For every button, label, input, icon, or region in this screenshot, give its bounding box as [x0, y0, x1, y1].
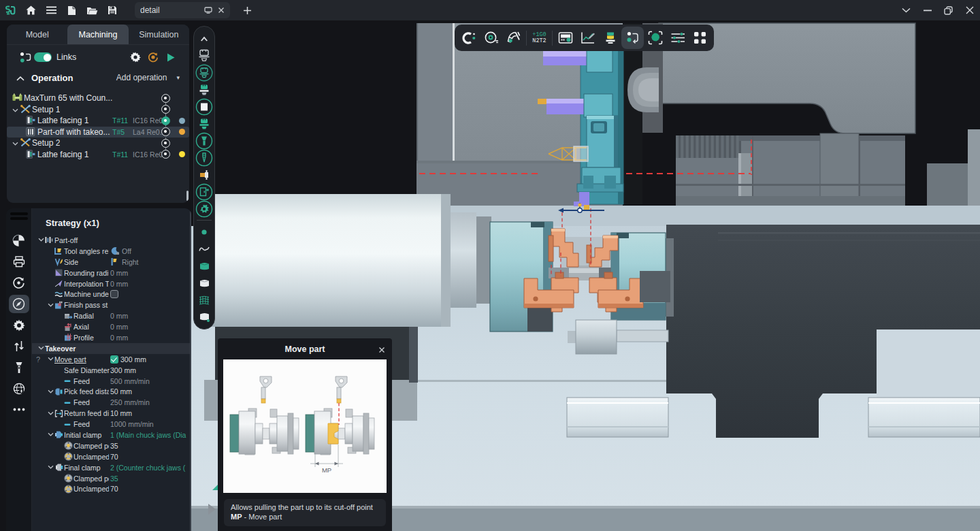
collapse-chevron-icon[interactable] [16, 71, 24, 84]
panel-grip2[interactable] [10, 217, 28, 220]
new-tab-icon[interactable] [237, 0, 257, 20]
tab-monitor-icon[interactable] [204, 4, 212, 16]
strategy-row[interactable]: Part-off [32, 235, 191, 246]
sim-tool-cone-icon[interactable] [195, 132, 213, 149]
viewport-graph-icon[interactable] [576, 27, 599, 49]
strategy-value[interactable]: 70 [110, 453, 118, 461]
window-collapse-icon[interactable] [896, 0, 917, 20]
strategy-value[interactable]: 50 mm [110, 387, 132, 396]
strategy-value[interactable]: 0 mm [110, 334, 128, 342]
sim-band-white-icon[interactable] [195, 274, 213, 291]
strategy-value[interactable]: 300 mm [110, 355, 146, 364]
strategy-value[interactable]: 10 mm [110, 409, 132, 417]
operation-radio[interactable] [161, 94, 170, 103]
strategy-value[interactable]: 500 mm/min [110, 377, 150, 385]
strategy-value[interactable] [110, 290, 118, 298]
strategy-row[interactable]: Final clamp2 (Counter chuck jaws ( [32, 462, 191, 473]
viewport-links-path-icon[interactable] [621, 27, 644, 49]
viewport-focus-blob-icon[interactable] [644, 27, 666, 49]
operation-radio[interactable] [161, 105, 170, 114]
tree-expand-icon[interactable] [12, 138, 20, 148]
strategy-row[interactable]: Safe Diameter300 mm [32, 365, 191, 376]
strategy-value[interactable]: 0 mm [110, 323, 128, 331]
tree-expand-icon[interactable] [37, 237, 45, 243]
window-restore-icon[interactable] [938, 0, 959, 20]
sidebar-arrows-updown-icon[interactable] [9, 337, 29, 355]
strategy-row[interactable]: Pick feed dista50 mm [32, 386, 191, 397]
viewport-resize-arrow[interactable] [208, 504, 216, 515]
viewport-collision-icon[interactable] [457, 27, 480, 49]
strategy-row[interactable]: Feed250 mm/min [32, 397, 191, 408]
strategy-value[interactable]: 0 mm [110, 269, 128, 277]
viewport-tool-stack-icon[interactable] [599, 27, 621, 49]
strategy-value[interactable]: 0 mm [110, 312, 128, 320]
strategy-row[interactable]: Profile0 mm [32, 332, 191, 343]
strategy-row[interactable]: Finish pass st [32, 300, 191, 310]
strategy-row[interactable]: Tool angles re:Off [32, 246, 191, 257]
strategy-row[interactable]: ?Move part300 mm [32, 354, 191, 365]
strategy-value[interactable]: Off [110, 246, 131, 255]
sidebar-more-dots-icon[interactable] [9, 400, 29, 419]
strategy-row[interactable]: Machine under [32, 289, 191, 300]
tree-expand-icon[interactable] [47, 302, 54, 308]
checkbox-checked-icon[interactable] [110, 355, 118, 364]
sidebar-gear-icon[interactable] [9, 316, 29, 334]
viewport-gcode-icon[interactable]: +1G0N2T2 [528, 27, 551, 49]
strategy-row[interactable]: Feed1000 mm/min [32, 419, 191, 430]
tree-expand-icon[interactable] [47, 464, 54, 470]
operation-row[interactable]: Setup 1 [7, 104, 189, 116]
document-tab[interactable]: detail [135, 2, 230, 18]
sidebar-quadrant-icon[interactable] [9, 231, 29, 250]
operation-radio[interactable] [161, 139, 170, 148]
home-icon[interactable] [20, 0, 41, 20]
tree-expand-icon[interactable] [47, 432, 54, 438]
window-minimize-icon[interactable] [917, 0, 938, 20]
strategy-value[interactable]: 300 mm [110, 366, 136, 374]
sim-chuck-teal2-icon[interactable] [195, 115, 213, 132]
strategy-value[interactable]: 35 [110, 474, 118, 483]
add-operation-dropdown-icon[interactable]: ▾ [176, 74, 180, 81]
sim-chuck-teal-icon[interactable] [195, 81, 213, 98]
operation-row[interactable]: Lathe facing 1T#11IC16 Re0.2 F ( [7, 115, 189, 127]
strategy-row[interactable]: Clamped pc35 [32, 473, 191, 484]
viewport-measure-icon[interactable] [480, 27, 502, 49]
sim-tool-gold-icon[interactable] [195, 166, 213, 183]
tab-close-icon[interactable] [218, 4, 225, 16]
tab-machining[interactable]: Machining [67, 25, 128, 44]
sidebar-printer-icon[interactable] [9, 253, 29, 271]
dependency-graph-icon[interactable] [16, 52, 34, 63]
strategy-value[interactable]: 2 (Counter chuck jaws ( [110, 464, 185, 472]
viewport-apps-grid-icon[interactable] [689, 27, 711, 49]
tree-expand-icon[interactable] [47, 356, 54, 362]
viewport-sliders-icon[interactable] [666, 27, 689, 49]
operation-row[interactable]: Part-off with takeo...T#5La4 Re0.2 R ( [7, 127, 189, 138]
strategy-value[interactable]: 1 (Main chuck jaws (Dia [110, 431, 186, 439]
sim-door-icon[interactable] [195, 183, 213, 200]
add-operation-button[interactable]: Add operation [116, 73, 167, 82]
sidebar-globe-icon[interactable] [9, 379, 29, 398]
main-menu-icon[interactable] [41, 0, 61, 20]
sidebar-flashlight-icon[interactable] [9, 358, 29, 376]
links-toggle[interactable] [34, 52, 52, 62]
help-icon[interactable]: ? [36, 355, 40, 364]
strategy-row[interactable]: Initial clamp1 (Main chuck jaws (Dia [32, 430, 191, 440]
tree-expand-icon[interactable] [47, 411, 54, 417]
viewport-control-panel-icon[interactable] [554, 27, 576, 49]
strategy-row[interactable]: Axial0 mm [32, 321, 191, 332]
strategy-value[interactable]: 70 [110, 485, 118, 493]
run-simulation-icon[interactable] [162, 52, 180, 63]
sim-dot-icon[interactable] [195, 223, 213, 240]
sim-stock-square-icon[interactable] [195, 98, 213, 115]
strategy-row[interactable]: Radial0 mm [32, 310, 191, 321]
takeover-section-header[interactable]: Takeover [32, 343, 191, 354]
operation-row[interactable]: Lathe facing 1T#11IC16 Re0.2 F ( [7, 149, 189, 161]
sim-mesh-icon[interactable] [195, 291, 213, 308]
strategy-row[interactable]: Clamped pc35 [32, 440, 191, 451]
machining-settings-gear-icon[interactable] [127, 52, 144, 63]
strategy-row[interactable]: Return feed di:10 mm [32, 408, 191, 419]
sim-tool-bit-icon[interactable] [195, 149, 213, 166]
strategy-row[interactable]: Unclamped70 [32, 451, 191, 462]
strategy-row[interactable]: Unclamped70 [32, 483, 191, 494]
tree-expand-icon[interactable] [47, 389, 54, 395]
operation-row[interactable]: MaxTurn 65 with Coun... [7, 93, 189, 104]
